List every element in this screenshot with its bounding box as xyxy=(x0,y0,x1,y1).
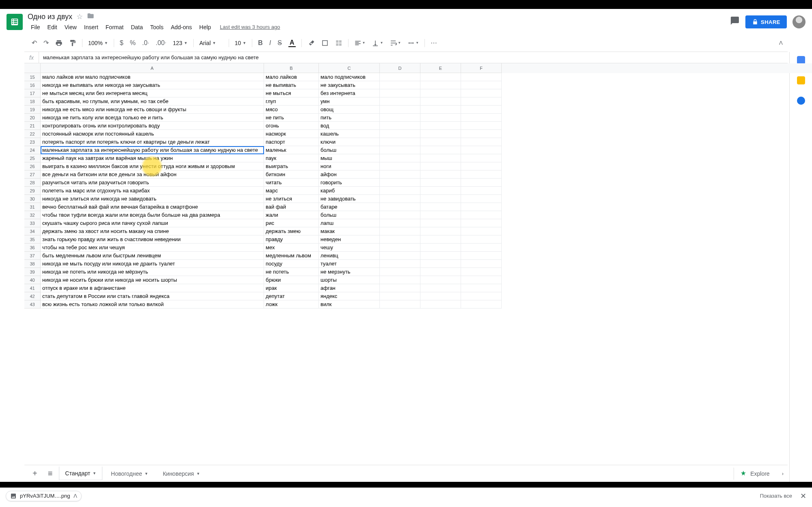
cell[interactable]: держать змею xyxy=(264,227,319,235)
cell[interactable] xyxy=(461,154,502,162)
sheet-tab-cinema[interactable]: Киноверсия▼ xyxy=(157,467,206,481)
cell[interactable]: лапш xyxy=(319,219,380,227)
cell[interactable] xyxy=(420,97,461,106)
font-size-dropdown[interactable]: 10▼ xyxy=(232,39,249,47)
cell[interactable]: никогда не выпивать или никогда не закус… xyxy=(41,81,264,89)
cell[interactable] xyxy=(420,170,461,179)
cell[interactable]: не выпивать xyxy=(264,81,319,89)
cell[interactable]: мало подписчиков xyxy=(319,73,380,81)
cell[interactable] xyxy=(380,227,420,235)
cell[interactable] xyxy=(380,81,420,89)
cell[interactable] xyxy=(380,211,420,219)
cell[interactable]: больш xyxy=(319,146,380,154)
zoom-dropdown[interactable]: 100%▼ xyxy=(86,39,110,47)
cell[interactable]: все деньги на биткоин или все деньги за … xyxy=(41,170,264,179)
decrease-decimal-icon[interactable]: .0↓ xyxy=(140,38,152,48)
cell[interactable]: полететь на марс или отдохнуть на кариба… xyxy=(41,187,264,195)
cell[interactable]: чтобы твои туфли всегда жали или всегда … xyxy=(41,211,264,219)
row-header[interactable]: 27 xyxy=(24,170,41,179)
borders-icon[interactable] xyxy=(319,38,331,48)
download-chip[interactable]: pYRvA3iTJUM….png ᐱ xyxy=(6,491,82,501)
cell[interactable]: разучиться читать или разучиться говорит… xyxy=(41,179,264,187)
cell[interactable] xyxy=(461,300,502,309)
cell[interactable] xyxy=(420,260,461,268)
cell[interactable] xyxy=(461,138,502,146)
row-header[interactable]: 42 xyxy=(24,292,41,300)
cell[interactable]: маленькая зарплата за интереснейшую рабо… xyxy=(41,146,264,154)
side-panel-toggle-icon[interactable]: › xyxy=(782,470,784,477)
font-family-dropdown[interactable]: Arial▼ xyxy=(197,39,225,47)
cell[interactable] xyxy=(461,276,502,284)
cell[interactable] xyxy=(461,195,502,203)
cell[interactable] xyxy=(380,292,420,300)
cell[interactable] xyxy=(420,130,461,138)
cell[interactable] xyxy=(380,162,420,170)
text-rotation-icon[interactable]: ▼ xyxy=(405,38,421,48)
cell[interactable] xyxy=(380,195,420,203)
cell[interactable]: овощ xyxy=(319,106,380,114)
italic-icon[interactable]: I xyxy=(267,38,273,48)
cell[interactable]: никогда не есть мясо или никогда не есть… xyxy=(41,106,264,114)
col-header-D[interactable]: D xyxy=(380,63,420,73)
cell[interactable] xyxy=(380,268,420,276)
cell[interactable]: держать змею за хвост или носить макаку … xyxy=(41,227,264,235)
cell[interactable]: не мерзнуть xyxy=(319,268,380,276)
row-header[interactable]: 20 xyxy=(24,114,41,122)
menu-tools[interactable]: Tools xyxy=(147,22,167,32)
cell[interactable] xyxy=(380,106,420,114)
cell[interactable]: биткоин xyxy=(264,170,319,179)
row-header[interactable]: 38 xyxy=(24,260,41,268)
cell[interactable]: ленивц xyxy=(319,252,380,260)
cell[interactable] xyxy=(461,252,502,260)
cell[interactable] xyxy=(461,235,502,244)
collapse-toolbar-icon[interactable]: ᐱ xyxy=(779,40,783,46)
cell[interactable] xyxy=(380,97,420,106)
cell[interactable] xyxy=(380,300,420,309)
cell[interactable] xyxy=(380,235,420,244)
cell[interactable] xyxy=(461,227,502,235)
cell[interactable]: туалет xyxy=(319,260,380,268)
cell[interactable] xyxy=(420,146,461,154)
cell[interactable] xyxy=(420,114,461,122)
row-header[interactable]: 21 xyxy=(24,122,41,130)
download-show-all[interactable]: Показать все xyxy=(760,493,792,499)
cell[interactable] xyxy=(420,268,461,276)
cell[interactable] xyxy=(380,146,420,154)
cell[interactable]: батаре xyxy=(319,203,380,211)
cell[interactable] xyxy=(420,81,461,89)
col-header-E[interactable]: E xyxy=(420,63,461,73)
cell[interactable]: контролировать огонь или контролировать … xyxy=(41,122,264,130)
row-header[interactable]: 40 xyxy=(24,276,41,284)
last-edit-link[interactable]: Last edit was 3 hours ago xyxy=(220,24,280,30)
row-header[interactable]: 32 xyxy=(24,211,41,219)
share-button[interactable]: SHARE xyxy=(745,15,787,28)
star-icon[interactable]: ☆ xyxy=(76,12,83,21)
cell[interactable]: айфон xyxy=(319,170,380,179)
cell[interactable] xyxy=(461,260,502,268)
cell[interactable] xyxy=(461,219,502,227)
cell[interactable] xyxy=(420,73,461,81)
menu-data[interactable]: Data xyxy=(128,22,146,32)
row-header[interactable]: 31 xyxy=(24,203,41,211)
cell[interactable]: мех xyxy=(264,244,319,252)
sheets-logo[interactable] xyxy=(6,14,23,30)
cell[interactable] xyxy=(380,260,420,268)
cell[interactable] xyxy=(420,219,461,227)
cell[interactable]: отпуск в ираке или в афганистане xyxy=(41,284,264,292)
col-header-A[interactable]: A xyxy=(41,63,264,73)
keep-icon[interactable] xyxy=(797,76,805,84)
cell[interactable]: чешу xyxy=(319,244,380,252)
cell[interactable] xyxy=(461,203,502,211)
cell[interactable] xyxy=(461,106,502,114)
cell[interactable] xyxy=(461,114,502,122)
folder-icon[interactable] xyxy=(87,12,94,22)
cell[interactable]: не мыться xyxy=(264,89,319,97)
cell[interactable] xyxy=(461,187,502,195)
cell[interactable]: скушать чашку сырого риса или пачку сухо… xyxy=(41,219,264,227)
cell[interactable] xyxy=(420,179,461,187)
cell[interactable]: медленным львом xyxy=(264,252,319,260)
cell[interactable]: брюки xyxy=(264,276,319,284)
row-header[interactable]: 19 xyxy=(24,106,41,114)
paint-format-icon[interactable] xyxy=(67,38,79,48)
vertical-align-icon[interactable]: ▼ xyxy=(369,38,385,48)
